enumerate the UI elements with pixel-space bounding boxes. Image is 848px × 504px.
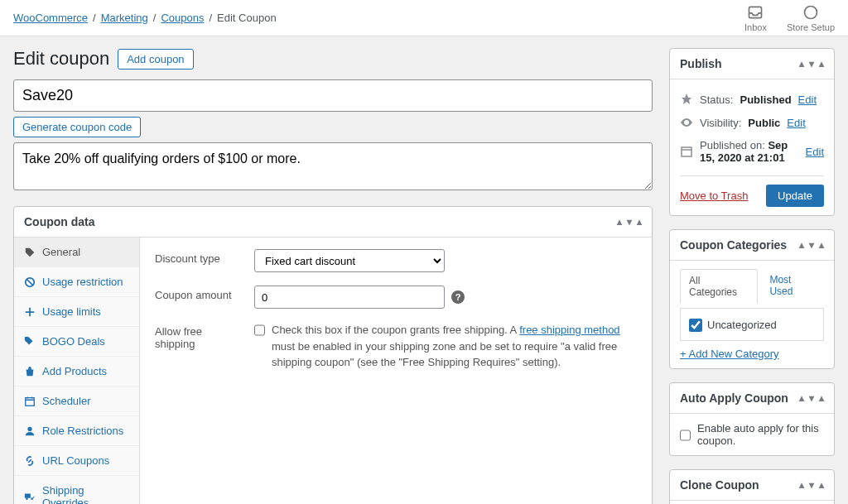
auto-apply-title: Auto Apply Coupon (680, 391, 788, 405)
tab-usage-limits[interactable]: Usage limits (14, 297, 139, 327)
pin-icon (680, 93, 693, 106)
breadcrumb-marketing[interactable]: Marketing (101, 12, 148, 24)
panel-down-icon[interactable]: ▾ (627, 216, 632, 228)
tab-most-used[interactable]: Most Used (761, 269, 824, 303)
tab-all-categories[interactable]: All Categories (680, 269, 758, 303)
panel-down-icon[interactable]: ▾ (809, 58, 814, 70)
panel-up-icon[interactable]: ▴ (799, 239, 804, 251)
page-header: Edit coupon Add coupon (13, 48, 653, 70)
coupon-categories-panel: Coupon Categories ▴ ▾ ▴ All Categories M… (669, 229, 835, 369)
panel-toggle-icon[interactable]: ▴ (819, 58, 824, 70)
coupon-data-tabs: General Usage restriction Usage limits B… (14, 238, 140, 504)
category-uncategorized[interactable]: Uncategorized (689, 317, 815, 332)
add-coupon-button[interactable]: Add coupon (118, 49, 193, 70)
tab-bogo-deals[interactable]: BOGO Deals (14, 327, 139, 357)
panel-toggle-icon[interactable]: ▴ (819, 479, 824, 491)
panel-up-icon[interactable]: ▴ (799, 392, 804, 404)
auto-apply-label[interactable]: Enable auto apply for this coupon. (680, 422, 824, 447)
topbar: WooCommerce / Marketing / Coupons / Edit… (0, 0, 848, 36)
free-shipping-checkbox[interactable] (254, 324, 265, 337)
coupon-code-input[interactable] (13, 79, 653, 112)
link-icon (24, 455, 36, 467)
publish-panel: Publish ▴ ▾ ▴ Status: Published Edit Vis… (669, 48, 835, 216)
help-icon[interactable]: ? (451, 290, 465, 304)
svg-point-4 (27, 426, 31, 430)
edit-date-link[interactable]: Edit (806, 146, 824, 158)
coupon-description-input[interactable]: Take 20% off qualifying orders of $100 o… (13, 142, 653, 190)
tab-scheduler[interactable]: Scheduler (14, 386, 139, 416)
breadcrumb: WooCommerce / Marketing / Coupons / Edit… (13, 12, 277, 24)
calendar-icon (680, 145, 693, 158)
tags-icon (24, 336, 36, 348)
auto-apply-checkbox[interactable] (680, 429, 691, 442)
tab-usage-restriction[interactable]: Usage restriction (14, 267, 139, 297)
move-to-trash-link[interactable]: Move to Trash (680, 190, 748, 202)
inbox-icon (747, 4, 764, 21)
coupon-data-title: Coupon data (24, 215, 95, 228)
svg-point-6 (31, 497, 33, 500)
panel-toggle-icon[interactable]: ▴ (819, 392, 824, 404)
coupon-data-panel: Coupon data ▴ ▾ ▴ General Usage restrict… (13, 206, 653, 504)
breadcrumb-woocommerce[interactable]: WooCommerce (13, 12, 88, 24)
svg-point-5 (26, 497, 28, 500)
coupon-amount-label: Coupon amount (155, 286, 241, 301)
discount-type-select[interactable]: Fixed cart discount (254, 249, 445, 272)
free-shipping-description: Check this box if the coupon grants free… (272, 322, 637, 371)
tab-add-products[interactable]: Add Products (14, 357, 139, 386)
auto-apply-panel: Auto Apply Coupon ▴ ▾ ▴ Enable auto appl… (669, 382, 835, 456)
publish-title: Publish (680, 57, 722, 70)
panel-up-icon[interactable]: ▴ (799, 58, 804, 70)
edit-status-link[interactable]: Edit (798, 94, 817, 106)
eye-icon (680, 116, 693, 129)
svg-point-1 (804, 6, 817, 18)
breadcrumb-current: Edit Coupon (217, 12, 277, 24)
panel-down-icon[interactable]: ▾ (809, 479, 814, 491)
panel-up-icon[interactable]: ▴ (799, 479, 804, 491)
clone-coupon-panel: Clone Coupon ▴ ▾ ▴ Clone Coupon (669, 469, 835, 504)
breadcrumb-coupons[interactable]: Coupons (161, 12, 204, 24)
panel-down-icon[interactable]: ▾ (809, 392, 814, 404)
free-shipping-method-link[interactable]: free shipping method (519, 324, 619, 336)
panel-toggle-icon[interactable]: ▴ (819, 239, 824, 251)
svg-rect-3 (26, 397, 35, 406)
tab-shipping-overrides[interactable]: Shipping Overrides (14, 476, 139, 504)
topbar-actions: Inbox Store Setup (744, 4, 835, 32)
store-setup-button[interactable]: Store Setup (787, 4, 835, 32)
discount-type-label: Discount type (155, 249, 241, 265)
panel-up-icon[interactable]: ▴ (617, 216, 622, 228)
plus-icon (24, 306, 36, 318)
free-shipping-label: Allow free shipping (155, 322, 241, 350)
truck-icon (24, 491, 36, 502)
coupon-amount-input[interactable] (254, 286, 445, 309)
tag-icon (24, 247, 36, 258)
uncategorized-checkbox[interactable] (689, 319, 702, 332)
tab-role-restrictions[interactable]: Role Restrictions (14, 416, 139, 446)
panel-toggle-icon[interactable]: ▴ (637, 216, 642, 228)
categories-title: Coupon Categories (680, 238, 787, 252)
ban-icon (24, 276, 36, 288)
generate-coupon-code-button[interactable]: Generate coupon code (13, 117, 141, 137)
bag-icon (24, 366, 36, 377)
tab-general[interactable]: General (14, 238, 139, 267)
panel-down-icon[interactable]: ▾ (809, 239, 814, 251)
svg-rect-7 (682, 147, 691, 156)
inbox-button[interactable]: Inbox (744, 4, 767, 32)
tab-url-coupons[interactable]: URL Coupons (14, 446, 139, 476)
progress-circle-icon (802, 4, 819, 21)
edit-visibility-link[interactable]: Edit (787, 117, 805, 129)
add-new-category-link[interactable]: + Add New Category (680, 348, 779, 360)
page-title: Edit coupon (13, 48, 109, 70)
user-icon (24, 425, 36, 437)
update-button[interactable]: Update (766, 185, 824, 207)
calendar-icon (24, 396, 36, 407)
clone-title: Clone Coupon (680, 478, 759, 492)
